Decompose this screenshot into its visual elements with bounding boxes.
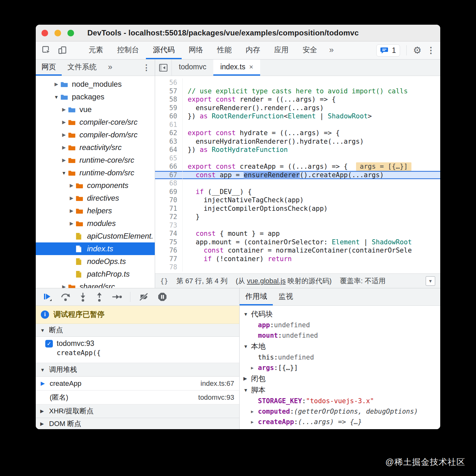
line-number[interactable]: 57: [155, 87, 182, 96]
line-number[interactable]: 61: [155, 121, 182, 129]
call-stack-frame[interactable]: ▶createAppindex.ts:67: [36, 377, 239, 391]
line-number[interactable]: 67: [155, 171, 182, 179]
line-number[interactable]: 73: [155, 221, 182, 230]
section-header-0[interactable]: ▶XHR/提取断点: [36, 404, 239, 418]
chevron-right-icon[interactable]: ▶: [251, 365, 258, 370]
chevron-right-icon[interactable]: ▶: [60, 284, 67, 288]
scope-section-代码块[interactable]: ▼代码块: [240, 308, 440, 320]
tree-item-index-ts[interactable]: index.ts: [36, 242, 155, 255]
close-window-button[interactable]: [41, 30, 48, 36]
chevron-down-icon[interactable]: ▼: [243, 344, 251, 349]
line-number[interactable]: 62: [155, 129, 182, 137]
scope-property-createApp[interactable]: ▶createApp: (...args) => {…}: [240, 416, 440, 427]
tree-item-runtime-core-src[interactable]: ▶runtime-core/src: [36, 154, 155, 166]
tree-item-patchprop-ts[interactable]: patchProp.ts: [36, 268, 155, 280]
pretty-print-icon[interactable]: {}: [160, 277, 168, 285]
line-number[interactable]: 66: [155, 162, 182, 171]
line-number[interactable]: 63: [155, 137, 182, 146]
tab-page[interactable]: 网页: [36, 60, 62, 76]
panel-tab-安全[interactable]: 安全: [296, 41, 324, 59]
chevron-right-icon[interactable]: ▶: [60, 107, 67, 112]
line-number[interactable]: 64: [155, 146, 182, 154]
breakpoints-section-header[interactable]: ▼ 断点: [36, 324, 239, 337]
tree-item-modules[interactable]: ▶modules: [36, 217, 155, 230]
chevron-down-icon[interactable]: ▼: [60, 170, 67, 176]
chevron-right-icon[interactable]: ▶: [60, 119, 67, 125]
editor-tab-todomvc[interactable]: todomvc: [172, 60, 213, 76]
scope-property-args[interactable]: ▶args: [{…}]: [240, 362, 440, 373]
resume-script-icon[interactable]: [43, 292, 52, 302]
tree-item-reactivity-src[interactable]: ▶reactivity/src: [36, 141, 155, 154]
device-toolbar-icon[interactable]: [57, 45, 68, 56]
chevron-right-icon[interactable]: ▶: [243, 376, 251, 381]
line-number[interactable]: 70: [155, 196, 182, 204]
chevron-right-icon[interactable]: ▶: [53, 81, 60, 87]
tree-item-helpers[interactable]: ▶helpers: [36, 204, 155, 217]
tree-item-vue[interactable]: ▶vue: [36, 103, 155, 116]
line-number[interactable]: 59: [155, 104, 182, 112]
chevron-right-icon[interactable]: ▶: [68, 195, 75, 201]
chevron-right-icon[interactable]: ▶: [251, 419, 258, 424]
line-number[interactable]: 74: [155, 229, 182, 238]
panel-tab-网络[interactable]: 网络: [182, 41, 210, 59]
code-editor[interactable]: 5657// use explicit type casts here to a…: [155, 76, 440, 273]
section-header-1[interactable]: ▶DOM 断点: [36, 418, 239, 429]
close-tab-icon[interactable]: ×: [249, 63, 253, 71]
scope-property-this[interactable]: this: undefined: [240, 352, 440, 362]
step-into-icon[interactable]: [79, 292, 87, 302]
line-number[interactable]: 75: [155, 238, 182, 247]
tree-item-compiler-core-src[interactable]: ▶compiler-core/src: [36, 116, 155, 128]
line-number[interactable]: 78: [155, 263, 182, 272]
callstack-section-header[interactable]: ▼ 调用堆栈: [36, 363, 239, 377]
settings-gear-icon[interactable]: ⚙: [413, 46, 422, 55]
more-options-kebab-icon[interactable]: ⋮: [427, 45, 435, 55]
statusbar-dropdown-icon[interactable]: ▼: [426, 276, 435, 286]
step-icon[interactable]: [112, 292, 122, 302]
panel-tab-元素[interactable]: 元素: [82, 41, 110, 59]
tab-watch[interactable]: 监视: [273, 288, 299, 305]
editor-tab-index-ts[interactable]: index.ts ×: [213, 60, 260, 76]
line-number[interactable]: 69: [155, 188, 182, 196]
scope-section-本地[interactable]: ▼本地: [240, 341, 440, 352]
scope-property-STORAGE_KEY[interactable]: STORAGE_KEY: "todos-vuejs-3.x": [240, 396, 440, 406]
chevron-right-icon[interactable]: ▶: [60, 145, 67, 150]
tree-item-apicustomelement-[interactable]: apiCustomElement.: [36, 230, 155, 242]
navigator-kebab-icon[interactable]: ⋮: [142, 60, 155, 76]
tree-item-compiler-dom-src[interactable]: ▶compiler-dom/src: [36, 128, 155, 141]
tree-item-packages[interactable]: ▼packages: [36, 91, 155, 103]
tree-item-directives[interactable]: ▶directives: [36, 192, 155, 204]
tree-item-shared-src[interactable]: ▶shared/src: [36, 280, 155, 288]
more-panels-chevron[interactable]: »: [324, 41, 339, 59]
panel-tab-性能[interactable]: 性能: [210, 41, 239, 59]
chevron-right-icon[interactable]: ▶: [60, 132, 67, 138]
line-number[interactable]: 72: [155, 213, 182, 221]
panel-tab-内存[interactable]: 内存: [239, 41, 267, 59]
sourcemap-link[interactable]: vue.global.js: [247, 277, 285, 285]
scope-property-computed[interactable]: ▶computed: (getterOrOptions, debugOption…: [240, 406, 440, 416]
tree-item-components[interactable]: ▶components: [36, 179, 155, 192]
tab-filesystem[interactable]: 文件系统: [62, 60, 102, 76]
tab-scope[interactable]: 作用域: [240, 288, 273, 305]
step-out-icon[interactable]: [95, 292, 103, 302]
chevron-down-icon[interactable]: ▼: [243, 311, 251, 317]
line-number[interactable]: 60: [155, 112, 182, 121]
breakpoint-entry[interactable]: ✓ todomvc:93 createApp({: [36, 337, 239, 363]
panel-tab-源代码[interactable]: 源代码: [146, 41, 182, 59]
chevron-down-icon[interactable]: ▼: [243, 387, 251, 393]
scope-section-脚本[interactable]: ▼脚本: [240, 384, 440, 396]
breakpoint-checkbox[interactable]: ✓: [45, 340, 53, 348]
line-number[interactable]: 65: [155, 154, 182, 163]
minimize-window-button[interactable]: [54, 30, 61, 36]
line-number[interactable]: 56: [155, 78, 182, 87]
panel-tab-应用[interactable]: 应用: [267, 41, 296, 59]
more-navigator-tabs-chevron[interactable]: »: [102, 60, 118, 76]
hide-navigator-icon[interactable]: [155, 60, 172, 76]
deactivate-breakpoints-icon[interactable]: [139, 292, 149, 302]
maximize-window-button[interactable]: [67, 30, 74, 36]
line-number[interactable]: 71: [155, 204, 182, 213]
tree-item-runtime-dom-src[interactable]: ▼runtime-dom/src: [36, 166, 155, 179]
line-number[interactable]: 58: [155, 95, 182, 104]
inspect-element-icon[interactable]: [41, 45, 52, 56]
scope-section-闭包[interactable]: ▶闭包: [240, 373, 440, 384]
tree-item-node-modules[interactable]: ▶node_modules: [36, 78, 155, 91]
